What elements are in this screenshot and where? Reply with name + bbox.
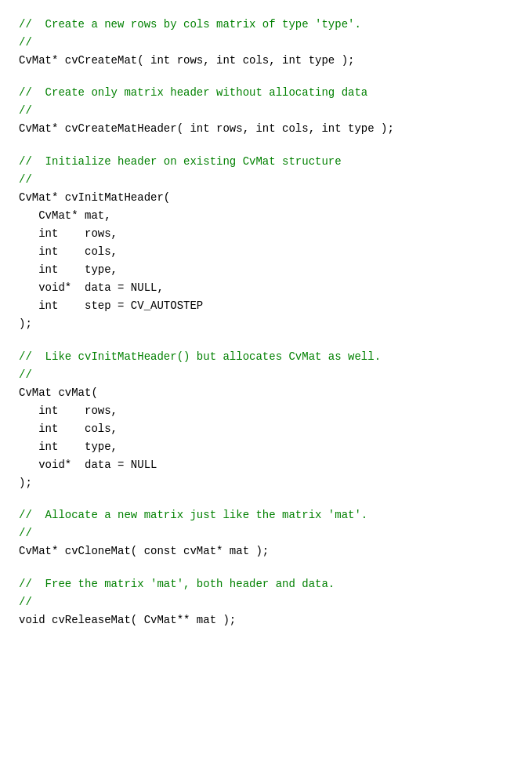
code-line: // Create only matrix header without all… bbox=[19, 84, 513, 102]
code-container: // Create a new rows by cols matrix of t… bbox=[19, 16, 513, 629]
code-line: int rows, bbox=[19, 225, 513, 243]
code-line: CvMat cvMat( bbox=[19, 384, 513, 402]
code-line: CvMat* cvCreateMat( int rows, int cols, … bbox=[19, 52, 513, 70]
code-line: // bbox=[19, 593, 513, 611]
code-section-cvInitMatHeader: // Initialize header on existing CvMat s… bbox=[19, 153, 513, 334]
code-line: int cols, bbox=[19, 420, 513, 438]
code-line: // bbox=[19, 524, 513, 542]
code-section-cvReleaseMat: // Free the matrix 'mat', both header an… bbox=[19, 575, 513, 629]
code-line: // bbox=[19, 171, 513, 189]
code-line: // Initialize header on existing CvMat s… bbox=[19, 153, 513, 171]
code-line: // bbox=[19, 34, 513, 52]
code-line: // bbox=[19, 102, 513, 120]
code-line: // Create a new rows by cols matrix of t… bbox=[19, 16, 513, 34]
code-section-cvCreateMat: // Create a new rows by cols matrix of t… bbox=[19, 16, 513, 70]
code-line: // Allocate a new matrix just like the m… bbox=[19, 506, 513, 524]
code-line: // bbox=[19, 366, 513, 384]
code-line: ); bbox=[19, 315, 513, 333]
code-line: int type, bbox=[19, 261, 513, 279]
code-line: CvMat* cvCloneMat( const cvMat* mat ); bbox=[19, 542, 513, 560]
code-line: CvMat* mat, bbox=[19, 207, 513, 225]
code-section-cvCreateMatHeader: // Create only matrix header without all… bbox=[19, 84, 513, 138]
code-line: void* data = NULL bbox=[19, 456, 513, 474]
code-section-cvCloneMat: // Allocate a new matrix just like the m… bbox=[19, 506, 513, 560]
code-line: ); bbox=[19, 474, 513, 492]
code-line: int step = CV_AUTOSTEP bbox=[19, 297, 513, 315]
code-line: int rows, bbox=[19, 402, 513, 420]
code-section-cvMat: // Like cvInitMatHeader() but allocates … bbox=[19, 348, 513, 493]
code-line: // Free the matrix 'mat', both header an… bbox=[19, 575, 513, 593]
code-line: void* data = NULL, bbox=[19, 279, 513, 297]
code-line: CvMat* cvCreateMatHeader( int rows, int … bbox=[19, 120, 513, 138]
code-line: CvMat* cvInitMatHeader( bbox=[19, 189, 513, 207]
code-line: int type, bbox=[19, 438, 513, 456]
code-line: int cols, bbox=[19, 243, 513, 261]
code-line: void cvReleaseMat( CvMat** mat ); bbox=[19, 611, 513, 629]
code-line: // Like cvInitMatHeader() but allocates … bbox=[19, 348, 513, 366]
